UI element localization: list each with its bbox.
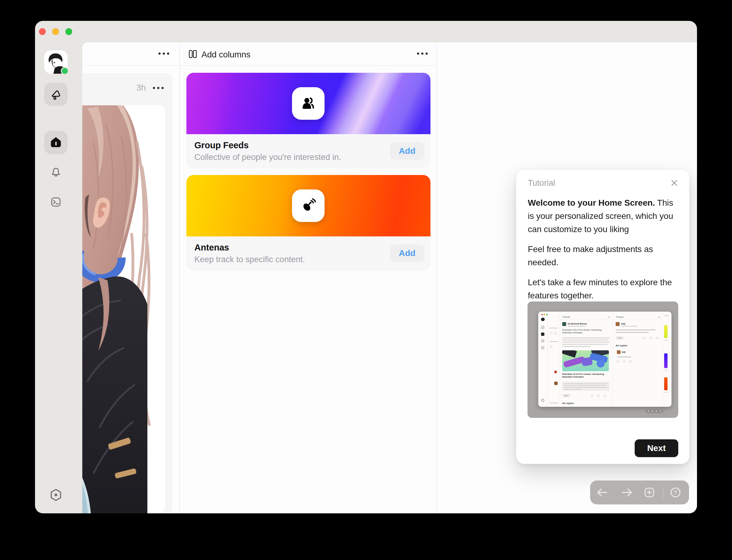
svg-text:?: ? [674,490,677,496]
antenas-banner [186,175,430,236]
mini-robot-image [562,350,609,371]
sidebar-item-console[interactable] [44,190,68,214]
add-antenas-button[interactable]: Add [390,244,424,262]
post-image[interactable] [82,105,165,513]
anime-illustration [82,105,165,513]
app-window: Add columns 3h [35,21,697,513]
mini-reaction [550,345,552,348]
header-divider [82,65,437,66]
sidebar-item-broadcast[interactable] [44,83,68,106]
tutorial-thumbnail: Thread No Bullshit Bitcoin RoboSats v0.6… [528,301,678,418]
mini-reply-avatar-2 [617,350,621,354]
mini-quote-title: RoboSats v0.6.0 Pre-release: Introducing… [562,373,609,378]
add-columns-title: Add columns [201,50,251,60]
post-timestamp: 3h [136,83,146,93]
mini-action-icon [649,337,652,339]
mini-action-icon [643,337,645,339]
add-columns-menu-button[interactable] [415,51,430,56]
mini-menu [608,317,610,317]
mini-action-icon [656,337,659,339]
group-people-icon [299,95,317,112]
group-feeds-tile [292,87,325,120]
mini-thread-header-2: Thread [616,316,623,318]
mini-robot-arm-dark [562,350,577,358]
mini-settings-icon [541,399,544,402]
terminal-icon [49,196,62,208]
mini-column-tile-yellow [664,325,668,338]
mini-nav-dot [656,410,657,412]
toolbar-divider [663,486,664,499]
mini-action-icon [617,360,619,363]
mini-action-icon [597,395,600,397]
tutorial-body: Welcome to your Home Screen. This is you… [528,196,681,309]
mini-all-replies: All replies [562,402,574,405]
mini-divider [613,312,613,407]
post-menu-button[interactable] [151,85,165,91]
text-bar [617,356,631,357]
bell-icon [49,165,62,178]
text-bar [562,337,610,338]
antenas-card[interactable]: Antenas Keep track to specific content. … [186,175,430,270]
mini-reply-avatar [616,322,620,326]
mini-emoji [554,371,557,373]
group-feeds-banner [186,73,430,134]
mini-close-dot [541,314,543,315]
settings-hexagon-icon [49,488,63,502]
add-group-feeds-button[interactable]: Add [390,142,424,160]
tutorial-popup: Tutorial Welcome to your Home Screen. Th… [516,170,689,464]
text-bar [564,389,582,390]
text-bar [562,344,608,345]
antenas-info: Antenas Keep track to specific content. … [186,236,430,270]
welcome-bold: Welcome to your Home Screen. [528,198,655,208]
mini-column-tile-blue [664,353,668,368]
text-bar [549,403,559,403]
minimize-window-button[interactable] [52,28,59,35]
mini-divider [547,312,548,407]
text-bar [664,315,669,316]
close-icon[interactable] [670,178,679,188]
mini-menu [658,317,660,317]
mini-action-icon [629,360,632,363]
sidebar-item-home[interactable] [44,131,68,154]
next-button[interactable]: Next [635,439,678,457]
text-bar [664,392,668,393]
mini-reaction [554,332,557,334]
group-feeds-card[interactable]: Group Feeds Collective of people you're … [186,73,430,168]
text-bar [621,326,637,327]
sidebar-item-settings[interactable] [44,483,68,507]
columns-icon [188,49,197,59]
forward-arrow-icon[interactable] [621,486,633,499]
help-icon[interactable]: ? [669,486,682,499]
mini-reply-author-2: kaiji [622,351,626,353]
text-bar [564,387,607,388]
first-column-menu-button[interactable] [157,51,171,56]
add-column-icon[interactable] [643,486,656,499]
mini-home-icon [541,333,544,336]
sidebar-avatar[interactable] [44,50,68,74]
mini-bell-icon [541,339,544,343]
zoom-window-button[interactable] [65,28,72,35]
mini-quote-card [562,382,609,391]
mini-nav-dot [648,410,649,412]
mini-compose-icon [541,326,544,329]
text-bar [664,370,668,371]
mini-min-dot [544,314,545,315]
text-bar [568,326,586,327]
mini-nav-dot [652,410,653,412]
mini-divider [663,312,663,407]
text-bar [562,340,609,340]
sidebar-item-notifications[interactable] [44,160,68,184]
mini-post-author: No Bullshit Bitcoin [568,322,587,325]
mini-all-replies-2: All replies [616,344,627,347]
close-window-button[interactable] [39,28,46,35]
panel-divider [436,42,437,513]
text-bar [549,328,558,329]
mini-reply-author: kaiji [621,322,625,325]
tutorial-label: Tutorial [528,178,555,188]
back-arrow-icon[interactable] [596,486,609,499]
text-bar [616,332,649,333]
home-icon [49,135,63,150]
mini-post-title: RoboSats v0.6.0 Pre-release: Introducing… [562,329,611,334]
mini-thread-header: Thread [562,316,570,318]
mini-console-icon [541,346,544,349]
